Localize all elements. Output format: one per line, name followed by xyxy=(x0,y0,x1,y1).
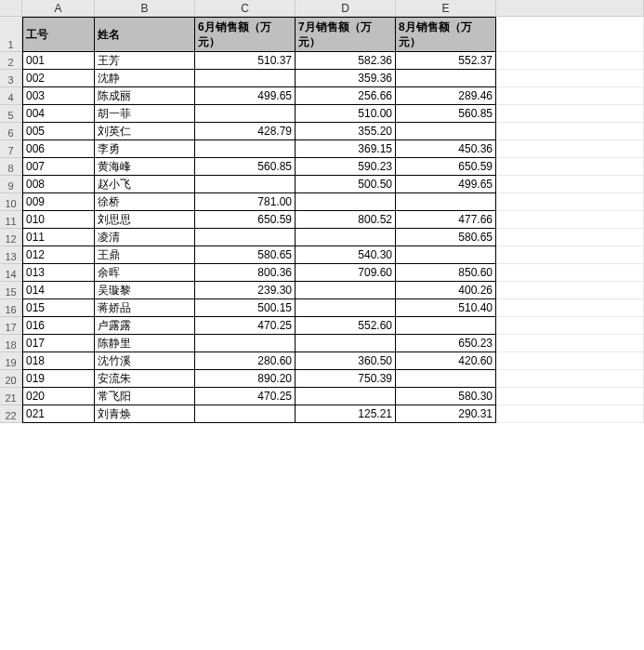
cell-id[interactable]: 010 xyxy=(22,211,95,229)
cell-jul[interactable]: 709.60 xyxy=(296,264,396,282)
cell-outside[interactable] xyxy=(496,17,644,52)
cell-jul[interactable]: 369.15 xyxy=(296,140,396,158)
cell-jun[interactable]: 280.60 xyxy=(195,352,296,370)
cell-jun[interactable]: 239.30 xyxy=(195,282,296,299)
cell-outside[interactable] xyxy=(496,193,644,211)
cell-id[interactable]: 003 xyxy=(22,87,95,105)
cell-id[interactable]: 007 xyxy=(22,158,95,176)
cell-jun[interactable] xyxy=(195,229,296,246)
cell-aug[interactable]: 510.40 xyxy=(396,299,496,317)
row-header[interactable]: 22 xyxy=(0,405,22,423)
cell-jul[interactable]: 800.52 xyxy=(296,211,396,229)
cell-jul[interactable] xyxy=(296,193,396,211)
cell-jun[interactable]: 560.85 xyxy=(195,158,296,176)
cell-id[interactable]: 009 xyxy=(22,193,95,211)
row-header[interactable]: 19 xyxy=(0,352,22,370)
cell-aug[interactable]: 290.31 xyxy=(396,405,496,423)
header-cell-name[interactable]: 姓名 xyxy=(95,17,195,52)
cell-name[interactable]: 黄海峰 xyxy=(95,158,195,176)
cell-name[interactable]: 王芳 xyxy=(95,52,195,70)
cell-jun[interactable]: 428.79 xyxy=(195,123,296,140)
cell-outside[interactable] xyxy=(496,335,644,352)
select-all-corner[interactable] xyxy=(0,0,22,17)
cell-aug[interactable]: 650.23 xyxy=(396,335,496,352)
header-cell-aug[interactable]: 8月销售额（万元） xyxy=(396,17,496,52)
cell-outside[interactable] xyxy=(496,229,644,246)
cell-outside[interactable] xyxy=(496,52,644,70)
header-cell-jul[interactable]: 7月销售额（万元） xyxy=(296,17,396,52)
header-cell-jun[interactable]: 6月销售额（万元） xyxy=(195,17,296,52)
cell-aug[interactable] xyxy=(396,370,496,388)
cell-jul[interactable] xyxy=(296,388,396,405)
row-header[interactable]: 16 xyxy=(0,299,22,317)
cell-jun[interactable]: 800.36 xyxy=(195,264,296,282)
cell-id[interactable]: 018 xyxy=(22,352,95,370)
cell-jul[interactable]: 359.36 xyxy=(296,70,396,87)
cell-aug[interactable]: 580.65 xyxy=(396,229,496,246)
cell-outside[interactable] xyxy=(496,123,644,140)
cell-outside[interactable] xyxy=(496,352,644,370)
cell-id[interactable]: 015 xyxy=(22,299,95,317)
cell-jun[interactable]: 650.59 xyxy=(195,211,296,229)
cell-aug[interactable]: 400.26 xyxy=(396,282,496,299)
cell-jun[interactable] xyxy=(195,335,296,352)
col-header-e[interactable]: E xyxy=(396,0,496,17)
row-header[interactable]: 6 xyxy=(0,123,22,140)
cell-id[interactable]: 012 xyxy=(22,246,95,264)
cell-outside[interactable] xyxy=(496,299,644,317)
cell-aug[interactable] xyxy=(396,317,496,335)
row-header[interactable]: 5 xyxy=(0,105,22,123)
row-header[interactable]: 4 xyxy=(0,87,22,105)
cell-jul[interactable]: 510.00 xyxy=(296,105,396,123)
cell-aug[interactable] xyxy=(396,70,496,87)
cell-aug[interactable]: 450.36 xyxy=(396,140,496,158)
cell-id[interactable]: 013 xyxy=(22,264,95,282)
cell-aug[interactable]: 650.59 xyxy=(396,158,496,176)
cell-name[interactable]: 余晖 xyxy=(95,264,195,282)
cell-name[interactable]: 徐桥 xyxy=(95,193,195,211)
cell-name[interactable]: 王鼎 xyxy=(95,246,195,264)
cell-outside[interactable] xyxy=(496,105,644,123)
row-header[interactable]: 8 xyxy=(0,158,22,176)
row-header[interactable]: 18 xyxy=(0,335,22,352)
cell-name[interactable]: 刘英仁 xyxy=(95,123,195,140)
cell-jun[interactable]: 500.15 xyxy=(195,299,296,317)
cell-aug[interactable] xyxy=(396,123,496,140)
cell-name[interactable]: 蒋娇品 xyxy=(95,299,195,317)
cell-jul[interactable] xyxy=(296,282,396,299)
cell-aug[interactable]: 560.85 xyxy=(396,105,496,123)
cell-name[interactable]: 卢露露 xyxy=(95,317,195,335)
cell-jul[interactable]: 500.50 xyxy=(296,176,396,193)
cell-id[interactable]: 014 xyxy=(22,282,95,299)
col-header-b[interactable]: B xyxy=(95,0,195,17)
cell-id[interactable]: 001 xyxy=(22,52,95,70)
cell-id[interactable]: 008 xyxy=(22,176,95,193)
cell-aug[interactable]: 850.60 xyxy=(396,264,496,282)
cell-aug[interactable]: 552.37 xyxy=(396,52,496,70)
cell-jun[interactable] xyxy=(195,140,296,158)
cell-jul[interactable] xyxy=(296,229,396,246)
header-cell-id[interactable]: 工号 xyxy=(22,17,95,52)
cell-jul[interactable]: 590.23 xyxy=(296,158,396,176)
row-header[interactable]: 12 xyxy=(0,229,22,246)
row-header[interactable]: 3 xyxy=(0,70,22,87)
row-header[interactable]: 1 xyxy=(0,17,22,52)
cell-jul[interactable]: 540.30 xyxy=(296,246,396,264)
row-header[interactable]: 14 xyxy=(0,264,22,282)
cell-outside[interactable] xyxy=(496,388,644,405)
cell-jun[interactable]: 510.37 xyxy=(195,52,296,70)
cell-jun[interactable]: 499.65 xyxy=(195,87,296,105)
cell-outside[interactable] xyxy=(496,405,644,423)
col-header-d[interactable]: D xyxy=(296,0,396,17)
cell-outside[interactable] xyxy=(496,176,644,193)
cell-name[interactable]: 常飞阳 xyxy=(95,388,195,405)
cell-outside[interactable] xyxy=(496,246,644,264)
col-header-a[interactable]: A xyxy=(22,0,95,17)
row-header[interactable]: 21 xyxy=(0,388,22,405)
cell-jul[interactable]: 750.39 xyxy=(296,370,396,388)
cell-jul[interactable] xyxy=(296,335,396,352)
cell-id[interactable]: 005 xyxy=(22,123,95,140)
cell-id[interactable]: 020 xyxy=(22,388,95,405)
cell-name[interactable]: 陈成丽 xyxy=(95,87,195,105)
cell-aug[interactable]: 580.30 xyxy=(396,388,496,405)
